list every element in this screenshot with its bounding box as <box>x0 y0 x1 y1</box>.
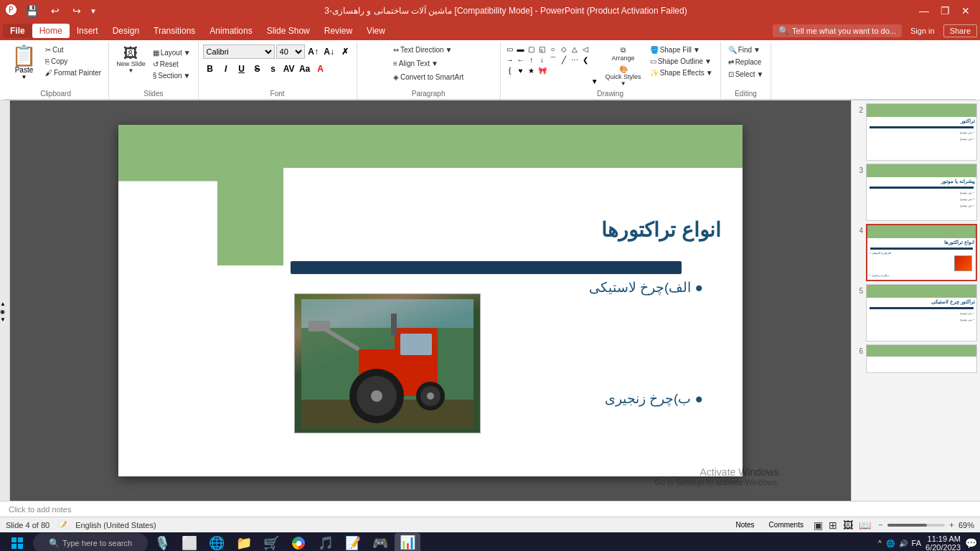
shape-star[interactable]: ★ <box>527 66 537 76</box>
shape-rounded[interactable]: ▢ <box>527 44 537 55</box>
arrange-button[interactable]: ⧉ Arrange <box>603 44 644 63</box>
thumbnail-2-slide[interactable]: تراکتور • متن توضیح • متن توضیح <box>866 103 977 161</box>
menu-home[interactable]: Home <box>32 24 70 38</box>
shape-triangle[interactable]: △ <box>570 44 580 55</box>
minimize-button[interactable]: — <box>915 4 933 18</box>
zoom-slider[interactable] <box>887 524 945 527</box>
taskbar-edge[interactable]: 🌐 <box>204 533 230 551</box>
section-button[interactable]: § Section ▼ <box>150 70 194 81</box>
shape-rtriangle[interactable]: ◁ <box>580 44 590 55</box>
shape-rect[interactable]: ▭ <box>505 44 515 55</box>
thumbnail-6[interactable]: 6 <box>854 344 977 373</box>
thumbnail-5[interactable]: 5 تراکتور چرخ لاستیکی • متن توضیح • متن … <box>854 284 977 342</box>
taskbar-store[interactable]: 🛒 <box>258 533 284 551</box>
quick-styles-dropdown[interactable]: ▼ <box>621 80 626 87</box>
font-family-select[interactable]: Calibri <box>203 44 275 59</box>
paste-button[interactable]: 📋 Paste ▼ <box>7 44 41 82</box>
view-normal-btn[interactable]: ▣ <box>814 519 823 531</box>
taskbar-clock[interactable]: 11:19 AM 6/20/2023 <box>925 534 961 551</box>
shape-uarrow[interactable]: ↑ <box>527 55 537 65</box>
notes-button[interactable]: Notes <box>731 519 758 530</box>
shape-more[interactable]: ⋯ <box>570 55 580 65</box>
cut-button[interactable]: ✂ Cut <box>42 44 104 55</box>
text-direction-button[interactable]: ⇔ Text Direction ▼ <box>390 44 455 55</box>
quick-styles-button[interactable]: 🎨 Quick Styles ▼ <box>603 64 644 88</box>
italic-button[interactable]: I <box>219 62 233 76</box>
copy-button[interactable]: ⎘ Copy <box>42 56 104 67</box>
save-button[interactable]: 💾 <box>22 4 42 18</box>
notes-placeholder[interactable]: Click to add notes <box>9 505 71 514</box>
paste-dropdown[interactable]: ▼ <box>22 74 27 80</box>
menu-file[interactable]: File <box>3 24 32 38</box>
new-slide-button[interactable]: 🖼 New Slide ▼ <box>113 44 149 75</box>
font-size-select[interactable]: 40 <box>276 44 305 59</box>
zoom-level[interactable]: 69% <box>958 521 974 529</box>
shape-line[interactable]: ╱ <box>559 55 569 65</box>
shape-larrow[interactable]: ← <box>516 55 526 65</box>
shape-heart[interactable]: ♥ <box>516 66 526 76</box>
taskbar-search[interactable]: 🔍 Type here to search <box>33 533 148 551</box>
maximize-button[interactable]: ❐ <box>936 4 954 18</box>
strikethrough-button[interactable]: S <box>250 62 265 76</box>
slide-area[interactable]: انواع تراکتورها ● الف)چرخ لاستیکی <box>10 100 851 501</box>
language-indicator[interactable]: English (United States) <box>75 521 156 529</box>
share-button[interactable]: Share <box>943 24 977 37</box>
zoom-out-btn[interactable]: － <box>877 519 885 530</box>
quick-access-more[interactable]: ▼ <box>90 7 97 15</box>
shape-rect2[interactable]: ▬ <box>516 44 526 55</box>
view-outline-btn[interactable]: ⊞ <box>829 519 837 531</box>
redo-button[interactable]: ↪ <box>68 4 85 18</box>
shape-custom1[interactable]: ❮ <box>580 55 590 65</box>
slide-tractor-image[interactable] <box>294 293 481 433</box>
menu-view[interactable]: View <box>359 24 392 38</box>
start-button[interactable] <box>3 533 32 551</box>
shape-darrow[interactable]: ↓ <box>537 55 547 65</box>
search-box[interactable]: 🔍 Tell me what you want to do... <box>773 24 902 37</box>
taskbar-explorer[interactable]: 📁 <box>231 533 257 551</box>
shape-outline-button[interactable]: ▭ Shape Outline ▼ <box>647 56 716 67</box>
taskbar-chrome[interactable] <box>286 533 311 551</box>
thumbnail-5-slide[interactable]: تراکتور چرخ لاستیکی • متن توضیح • متن تو… <box>866 284 977 342</box>
taskbar-app9[interactable]: 🎮 <box>367 533 393 551</box>
taskbar-volume[interactable]: 🔊 <box>899 540 908 547</box>
increase-font-button[interactable]: A↑ <box>306 44 321 59</box>
menu-review[interactable]: Review <box>317 24 359 38</box>
char-spacing-button[interactable]: AV <box>282 62 296 76</box>
shape-brace[interactable]: { <box>505 66 515 76</box>
comments-button[interactable]: Comments <box>765 519 808 530</box>
menu-animations[interactable]: Animations <box>202 24 259 38</box>
thumbnail-4-slide[interactable]: انواع تراکتورها الف)چرخ لاستیکی • ب)چرخ … <box>866 224 977 281</box>
view-reader-btn[interactable]: 📖 <box>859 519 871 531</box>
case-button[interactable]: Aa <box>298 62 312 76</box>
shape-effects-button[interactable]: ✨ Shape Effects ▼ <box>647 67 716 78</box>
underline-button[interactable]: U <box>235 62 249 76</box>
sign-in-button[interactable]: Sign in <box>902 27 943 35</box>
view-slide-btn[interactable]: 🖼 <box>843 519 853 531</box>
shapes-expand[interactable]: ▼ <box>591 77 598 85</box>
convert-smartart-button[interactable]: ◈ Convert to SmartArt <box>390 72 466 83</box>
scroll-up-btn[interactable]: ▲ <box>0 301 6 307</box>
taskbar-word[interactable]: 📝 <box>340 533 366 551</box>
taskbar-task-view[interactable]: ⬜ <box>176 533 202 551</box>
taskbar-hidden-icons[interactable]: ^ <box>878 540 882 547</box>
layout-button[interactable]: ▦ Layout ▼ <box>150 47 194 58</box>
reset-button[interactable]: ↺ Reset <box>150 59 194 70</box>
select-button[interactable]: ⊡ Select ▼ <box>725 69 767 80</box>
shape-curve[interactable]: ⌒ <box>548 55 558 65</box>
replace-button[interactable]: ⇄ Replace <box>725 57 765 67</box>
shape-snip[interactable]: ◱ <box>537 44 547 55</box>
font-color-button[interactable]: A <box>314 62 328 76</box>
thumbnail-6-slide[interactable] <box>866 344 977 373</box>
taskbar-network[interactable]: 🌐 <box>886 540 895 547</box>
shape-ribbon[interactable]: 🎀 <box>537 66 547 76</box>
shape-oval[interactable]: ○ <box>548 44 558 55</box>
menu-transitions[interactable]: Transitions <box>146 24 202 38</box>
thumbnail-3-slide[interactable]: پیشرانه یا موتور • متن توضیح • متن توضیح… <box>866 164 977 221</box>
taskbar-notification[interactable]: 💬 <box>965 537 977 549</box>
format-painter-button[interactable]: 🖌 Format Painter <box>42 67 104 78</box>
close-button[interactable]: ✕ <box>957 4 974 18</box>
decrease-font-button[interactable]: A↓ <box>322 44 336 59</box>
clear-formatting-button[interactable]: ✗ <box>338 44 352 59</box>
shadow-button[interactable]: s <box>266 62 281 76</box>
shape-arrow[interactable]: → <box>505 55 515 65</box>
